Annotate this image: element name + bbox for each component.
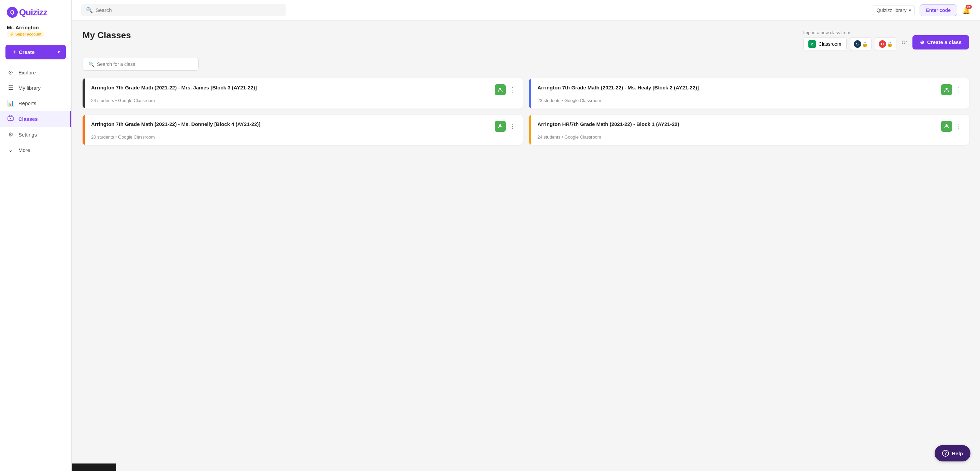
sidebar: Q Quizizz Mr. Arrington Super account ＋ … [0,0,72,471]
class-meta-4: 24 students • Google Classroom [538,134,964,140]
class-search-bar[interactable]: 🔍 [83,58,199,71]
sidebar-label-classes: Classes [18,116,38,122]
class-meta-2: 23 students • Google Classroom [538,98,964,103]
schoology-lock-icon: 🔒 [862,41,868,47]
class-members-icon-1[interactable] [495,84,506,95]
sidebar-item-settings[interactable]: ⚙ Settings [0,127,71,142]
class-search-input[interactable] [97,61,193,67]
card-body-2: Arrington 7th Grade Math (2021-22) - Ms.… [531,78,969,108]
schoology-icon: S [854,40,861,48]
canvas-lock-group: 🔒 [875,37,896,51]
classes-icon [7,115,14,123]
search-bar[interactable]: 🔍 [81,4,286,16]
topbar: 🔍 Quizizz library ▾ Enter code 🔔 9+ [72,0,980,21]
card-title-row-3: Arrington 7th Grade Math (2021-22) - Ms.… [91,121,517,132]
classes-grid: Arrington 7th Grade Math (2021-22) - Mrs… [83,78,969,145]
class-title-3: Arrington 7th Grade Math (2021-22) - Ms.… [91,121,492,128]
class-card-1: Arrington 7th Grade Math (2021-22) - Mrs… [83,78,523,108]
library-dropdown[interactable]: Quizizz library ▾ [873,5,915,15]
card-body-4: Arrington HR/7th Grade Math (2021-22) - … [531,115,969,145]
svg-text:C: C [811,43,813,46]
library-label: Quizizz library [877,8,907,13]
class-more-button-4[interactable]: ⋮ [954,121,964,131]
svg-text:Q: Q [10,10,14,15]
class-title-2: Arrington 7th Grade Math (2021-22) - Ms.… [538,84,938,91]
class-members-icon-3[interactable] [495,121,506,132]
sidebar-label-explore: Explore [18,70,36,75]
create-label: Create [19,49,35,55]
help-button[interactable]: ? Help [935,445,970,461]
class-search-wrap: 🔍 [83,58,969,71]
svg-point-12 [945,124,948,126]
svg-point-11 [499,124,501,126]
search-input[interactable] [95,7,281,13]
class-source-3: Google Classroom [118,134,155,140]
class-members-icon-4[interactable] [941,121,952,132]
sidebar-item-classes[interactable]: Classes [0,111,71,127]
card-stripe-2 [529,78,531,108]
class-search-icon: 🔍 [88,61,94,67]
more-chevron-icon: ⌄ [7,146,14,154]
notification-button[interactable]: 🔔 9+ [962,6,970,14]
class-students-4: 24 students [538,134,560,140]
class-card-2: Arrington 7th Grade Math (2021-22) - Ms.… [529,78,969,108]
svg-point-10 [945,88,948,90]
create-class-label: Create a class [927,39,962,45]
class-title-4: Arrington HR/7th Grade Math (2021-22) - … [538,121,938,128]
card-stripe-4 [529,115,531,145]
library-dropdown-chevron: ▾ [909,8,911,13]
import-label: Import a new class from [803,30,850,35]
create-class-plus-icon: ⊕ [920,39,924,45]
class-more-button-3[interactable]: ⋮ [508,121,517,131]
enter-code-button[interactable]: Enter code [920,5,957,16]
topbar-right: Quizizz library ▾ Enter code 🔔 9+ [873,5,970,16]
class-students-3: 20 students [91,134,114,140]
card-title-row-1: Arrington 7th Grade Math (2021-22) - Mrs… [91,84,517,95]
classroom-btn-label: Classroom [819,41,842,47]
schoology-lock-group: S 🔒 [850,37,872,51]
card-actions-2: ⋮ [941,84,964,95]
settings-icon: ⚙ [7,131,14,138]
card-title-row-4: Arrington HR/7th Grade Math (2021-22) - … [538,121,964,132]
class-meta-1: 24 students • Google Classroom [91,98,517,103]
search-icon: 🔍 [86,7,93,13]
class-more-button-2[interactable]: ⋮ [954,85,964,94]
quizizz-logo-icon: Q [7,7,18,18]
import-options: C Classroom S 🔒 [803,37,896,51]
sidebar-item-my-library[interactable]: ☰ My library [0,80,71,95]
import-section: Import a new class from C Classroom [803,30,896,51]
card-actions-1: ⋮ [495,84,517,95]
class-more-button-1[interactable]: ⋮ [508,85,517,94]
create-class-button[interactable]: ⊕ Create a class [912,35,969,49]
content-area: My Classes Import a new class from C [72,21,980,471]
card-body-1: Arrington 7th Grade Math (2021-22) - Mrs… [85,78,523,108]
sidebar-label-my-library: My library [18,85,41,91]
classroom-icon: C [808,40,816,48]
or-text: Or [902,40,907,45]
logo-area: Q Quizizz [0,0,71,21]
class-students-1: 24 students [91,98,114,103]
class-meta-3: 20 students • Google Classroom [91,134,517,140]
page-title: My Classes [83,30,131,41]
class-card-3: Arrington 7th Grade Math (2021-22) - Ms.… [83,115,523,145]
card-actions-3: ⋮ [495,121,517,132]
class-members-icon-2[interactable] [941,84,952,95]
sidebar-label-settings: Settings [18,132,37,138]
svg-point-9 [499,88,501,90]
sidebar-label-reports: Reports [18,100,37,106]
sidebar-item-explore[interactable]: ⊙ Explore [0,65,71,80]
create-dropdown-caret: ▾ [58,50,60,55]
class-source-2: Google Classroom [565,98,601,103]
sidebar-item-reports[interactable]: 📊 Reports [0,95,71,111]
library-icon: ☰ [7,84,14,91]
create-button[interactable]: ＋ Create ▾ [5,45,66,59]
user-name: Mr. Arrington [7,25,65,30]
header-right: Import a new class from C Classroom [803,30,969,51]
help-label: Help [952,450,963,456]
sidebar-item-more[interactable]: ⌄ More [0,142,71,158]
import-classroom-button[interactable]: C Classroom [803,37,846,51]
svg-point-3 [10,118,11,119]
canvas-lock-icon: 🔒 [887,41,892,47]
card-body-3: Arrington 7th Grade Math (2021-22) - Ms.… [85,115,523,145]
super-badge: Super account [7,32,44,37]
